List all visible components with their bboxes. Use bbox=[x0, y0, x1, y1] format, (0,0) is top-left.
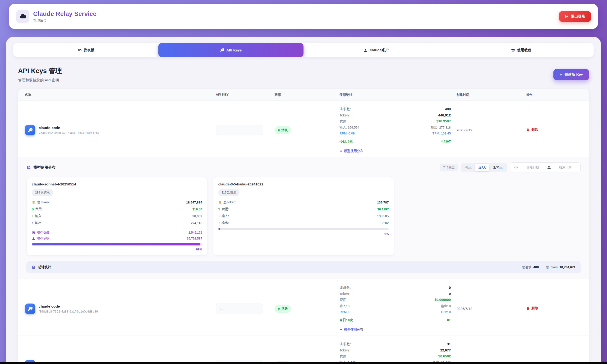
coins-icon bbox=[32, 201, 35, 204]
range-segmented-control: 今天 近7天 近30天 bbox=[461, 163, 507, 172]
chevron-up-icon bbox=[339, 150, 342, 153]
tab-label: API Keys bbox=[226, 48, 242, 52]
total-tokens: 18,784,671 bbox=[559, 265, 575, 269]
model-usage-bar bbox=[218, 228, 389, 230]
actions-cell: 删除 bbox=[526, 128, 589, 132]
key-icon bbox=[220, 48, 224, 52]
calculator-icon bbox=[32, 265, 36, 269]
range-7days-button[interactable]: 近7天 bbox=[475, 164, 489, 171]
tab-label: 仪表板 bbox=[84, 48, 94, 52]
api-key-cell: ... bbox=[216, 303, 275, 314]
model-count-badge: 2 个模型 bbox=[440, 164, 458, 171]
requests-value: 408 bbox=[445, 107, 451, 111]
plus-icon: + bbox=[560, 72, 562, 77]
col-status: 状态 bbox=[275, 89, 339, 101]
col-actions: 操作 bbox=[526, 89, 589, 101]
col-usage: 使用统计 bbox=[339, 89, 456, 101]
api-key-cell: ... bbox=[216, 125, 275, 135]
api-keys-table: 名称 API KEY 状态 使用统计 创建时间 操作 claude-code bbox=[18, 89, 589, 364]
table-row: claude code f398d8b8-7352-4a88-9a1f-6b1e… bbox=[18, 279, 589, 336]
delete-button[interactable]: 删除 bbox=[526, 306, 538, 311]
pie-chart-icon bbox=[26, 165, 31, 170]
key-name-cell: claude code f398d8b8-7352-4a88-9a1f-6b1e… bbox=[18, 303, 216, 314]
create-key-button[interactable]: + 创建新 Key bbox=[554, 69, 589, 80]
model-usage-fill bbox=[32, 243, 200, 246]
arrow-up-icon: ↑ bbox=[218, 221, 220, 225]
actions-cell: 删除 bbox=[526, 306, 589, 311]
model-distribution-toggle[interactable]: 模型使用分布 bbox=[339, 149, 363, 153]
table-row: claude-code 7a4e2492-3c38-4797-a540-5539… bbox=[18, 101, 589, 157]
save-icon bbox=[32, 231, 35, 234]
clock-icon bbox=[514, 166, 518, 169]
key-id: f398d8b8-7352-4a88-9a1f-6b1e0c4d8e89 bbox=[39, 310, 98, 313]
tab-dashboard[interactable]: 仪表板 bbox=[13, 43, 158, 57]
chevron-down-icon bbox=[339, 328, 342, 331]
tab-api-keys[interactable]: API Keys bbox=[158, 43, 304, 57]
total-requests: 408 bbox=[533, 265, 539, 269]
page-head: API Keys 管理 管理和监控您的 API 密钥 + 创建新 Key bbox=[18, 66, 589, 83]
model-distribution-toggle[interactable]: 模型使用分布 bbox=[339, 327, 363, 332]
range-today-button[interactable]: 今天 bbox=[462, 164, 475, 171]
tokens-value: 22,677 bbox=[440, 348, 451, 352]
requests-value: 31 bbox=[447, 342, 451, 346]
logout-label: 退出登录 bbox=[571, 14, 585, 19]
graduation-cap-icon bbox=[511, 48, 515, 52]
app-title: Claude Relay Service bbox=[33, 10, 96, 18]
status-cell: 活跃 bbox=[275, 305, 339, 313]
cost-value: $0.000000 bbox=[434, 298, 451, 302]
totals-bar: 总计统计 总请求:408 总Token:18,784,671 bbox=[26, 261, 581, 273]
app-header: Claude Relay Service 管理后台 退出登录 bbox=[9, 4, 598, 29]
create-key-label: 创建新 Key bbox=[565, 72, 583, 77]
model-panel-header: 模型使用分布 2 个模型 今天 近7天 近30天 开始日期 bbox=[26, 162, 581, 172]
model-card: claude-3-5-haiku-20241022 119 次请求 总Token… bbox=[213, 177, 394, 256]
start-date-input[interactable]: 开始日期 bbox=[521, 165, 544, 169]
usage-stats-cell: 请求数:31 Token:22,677 费用:$0.6502 输入: 1,349… bbox=[339, 342, 456, 364]
app-logo bbox=[16, 10, 29, 23]
end-date-input[interactable]: 结束日期 bbox=[554, 165, 577, 169]
delete-button[interactable]: 删除 bbox=[526, 128, 538, 132]
arrow-up-icon: ↑ bbox=[32, 221, 33, 225]
dollar-icon: $ bbox=[218, 207, 220, 211]
model-usage-panel: 模型使用分布 2 个模型 今天 近7天 近30天 开始日期 bbox=[18, 157, 589, 279]
masked-api-key[interactable]: ... bbox=[216, 125, 263, 135]
model-usage-percent: 1% bbox=[218, 232, 389, 236]
date-range-picker[interactable]: 开始日期 至 结束日期 bbox=[510, 162, 581, 172]
page: Claude Relay Service 管理后台 退出登录 仪表板 API K… bbox=[0, 4, 607, 364]
table-header: 名称 API KEY 状态 使用统计 创建时间 操作 bbox=[18, 89, 589, 101]
model-panel-controls: 2 个模型 今天 近7天 近30天 开始日期 至 结束日期 bbox=[440, 162, 581, 172]
status-badge: 活跃 bbox=[275, 305, 291, 313]
col-created: 创建时间 bbox=[456, 89, 526, 101]
cost-value: $0.6502 bbox=[439, 354, 451, 358]
dollar-icon: $ bbox=[32, 207, 34, 211]
created-date: 2025/7/12 bbox=[456, 128, 526, 132]
tokens-value: 0 bbox=[449, 292, 451, 296]
table-row: aaa 50dd6db8-4df0-4d8e-a12b-95afb6e6fbcc… bbox=[18, 336, 589, 364]
model-requests-badge: 289 次请求 bbox=[32, 189, 53, 196]
key-chip bbox=[25, 125, 35, 135]
gauge-icon bbox=[77, 48, 82, 52]
page-title: API Keys 管理 bbox=[18, 66, 62, 75]
logout-button[interactable]: 退出登录 bbox=[559, 11, 591, 22]
logout-icon bbox=[565, 14, 569, 18]
empty-card-slot bbox=[399, 177, 581, 256]
status-dot-icon bbox=[278, 308, 280, 310]
tab-label: 使用教程 bbox=[517, 48, 531, 52]
tab-tutorial[interactable]: 使用教程 bbox=[449, 43, 594, 57]
user-icon bbox=[363, 48, 368, 52]
key-chip bbox=[25, 303, 35, 314]
model-cards: claude-sonnet-4-20250514 289 次请求 总Token:… bbox=[26, 177, 581, 256]
arrow-down-icon: ↓ bbox=[32, 214, 33, 218]
tab-claude-accounts[interactable]: Claude账户 bbox=[304, 43, 449, 57]
range-30days-button[interactable]: 近30天 bbox=[490, 164, 506, 171]
tab-label: Claude账户 bbox=[370, 48, 389, 52]
arrow-down-icon: ↓ bbox=[218, 214, 220, 218]
masked-api-key[interactable]: ... bbox=[216, 303, 263, 314]
key-name: claude-code bbox=[39, 126, 99, 130]
key-icon bbox=[28, 128, 32, 132]
model-card: claude-sonnet-4-20250514 289 次请求 总Token:… bbox=[26, 177, 208, 256]
status-cell: 活跃 bbox=[275, 126, 339, 134]
cloud-icon bbox=[19, 13, 26, 20]
content-area: API Keys 管理 管理和监控您的 API 密钥 + 创建新 Key 名称 … bbox=[13, 66, 594, 364]
nav-tabs: 仪表板 API Keys Claude账户 使用教程 bbox=[13, 43, 594, 57]
trash-icon bbox=[526, 307, 530, 310]
